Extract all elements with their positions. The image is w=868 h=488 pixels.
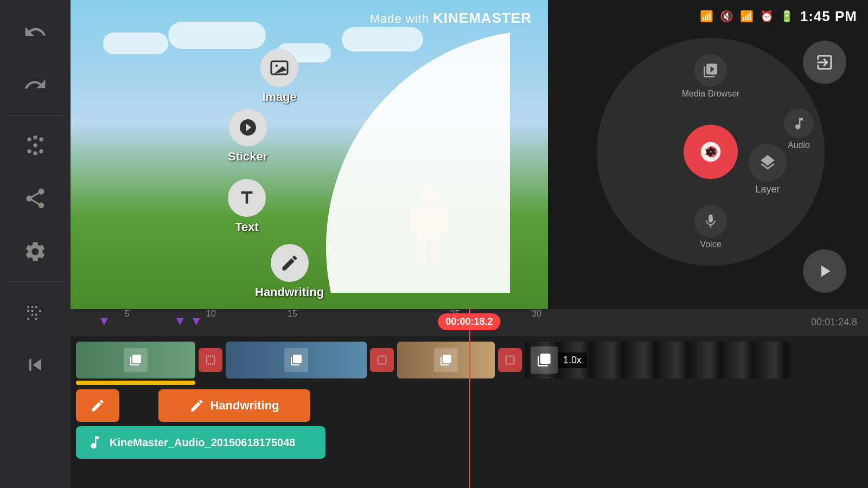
handwriting-icon-box (271, 244, 309, 282)
battery-icon: 🔋 (780, 10, 794, 23)
svg-point-4 (39, 149, 43, 153)
back-button[interactable] (803, 41, 846, 84)
fan-background (195, 33, 548, 309)
share-button[interactable] (11, 174, 60, 223)
audio-segment[interactable]: Audio (784, 108, 814, 150)
alarm-icon: ⏰ (760, 10, 774, 23)
handwriting-track-label: Handwriting (210, 399, 279, 413)
watermark-brand: KINEMASTER (433, 10, 532, 26)
record-icon (697, 138, 724, 165)
video-clip-long[interactable]: 1.0x (525, 342, 796, 378)
sticker-menu-item[interactable]: Sticker (228, 108, 267, 164)
media-browser-icon (694, 54, 727, 87)
layer-label: Layer (755, 184, 780, 195)
audio-icon (784, 108, 814, 138)
ruler-mark-30: 30 (532, 309, 541, 319)
undo-button[interactable] (11, 8, 60, 56)
watermark: Made with KINEMASTER (370, 10, 532, 27)
clip-separator-2[interactable] (370, 348, 394, 372)
svg-point-2 (39, 137, 43, 141)
handwriting-small-icon (90, 398, 105, 413)
media-browser-label: Media Browser (682, 89, 740, 99)
circular-menu: Media Browser Layer Aud (597, 38, 825, 266)
svg-point-5 (33, 136, 37, 139)
handwriting-menu-item[interactable]: Handwriting (255, 244, 324, 299)
handwriting-label: Handwriting (255, 285, 324, 299)
svg-point-14 (276, 65, 278, 67)
svg-point-1 (27, 137, 31, 141)
playhead-line (469, 309, 470, 488)
rewind-button[interactable] (11, 341, 60, 389)
play-button[interactable] (803, 249, 846, 293)
text-menu-item[interactable]: Text (228, 179, 266, 234)
handwriting-large-icon (189, 398, 205, 413)
voice-segment[interactable]: Voice (694, 205, 727, 249)
chapter-marker-2: ▼ (174, 313, 187, 329)
text-label: Text (235, 220, 259, 234)
record-button[interactable] (684, 125, 738, 179)
audio-track-label: KineMaster_Audio_20150618175048 (110, 436, 295, 449)
svg-point-6 (33, 151, 37, 155)
adjust-clips-button[interactable] (11, 287, 60, 336)
bluetooth-icon: 📶 (700, 10, 713, 23)
end-time-display: 00:01:24.8 (811, 317, 857, 328)
effects-button[interactable] (11, 121, 60, 170)
status-bar: 📶 🔇 📶 ⏰ 🔋 1:45 PM (678, 0, 868, 33)
handwriting-button-large[interactable]: Handwriting (158, 389, 310, 422)
sticker-label: Sticker (228, 150, 267, 164)
mute-icon: 🔇 (720, 10, 733, 23)
time-display: 1:45 PM (800, 8, 857, 25)
wifi-icon: 📶 (740, 10, 754, 23)
layer-icon (749, 144, 787, 182)
clip-separator-1[interactable] (199, 348, 222, 372)
clip-1-icon (124, 348, 148, 372)
ruler-mark-5: 5 (125, 309, 130, 319)
ruler-mark-15: 15 (288, 309, 297, 319)
clip-3-icon (434, 348, 458, 372)
video-clip-2[interactable] (226, 342, 367, 378)
video-clip-3[interactable] (397, 342, 495, 378)
voice-label: Voice (700, 240, 721, 249)
play-icon (815, 261, 834, 281)
ruler-mark-10: 10 (206, 309, 216, 319)
left-sidebar (0, 0, 71, 488)
clip-2-icon (284, 348, 308, 372)
image-menu-item[interactable]: Image (260, 49, 298, 104)
audio-track-icon (87, 434, 103, 451)
back-icon (815, 53, 834, 72)
clip-progress-bar (76, 381, 195, 385)
redo-button[interactable] (11, 61, 60, 110)
image-label: Image (262, 90, 297, 104)
clip-separator-3[interactable] (498, 348, 522, 372)
layer-menu: Image Sticker Text (195, 33, 548, 309)
sticker-icon-box (229, 108, 267, 146)
watermark-prefix: Made with (370, 12, 433, 25)
chapter-marker-1: ▼ (98, 313, 111, 329)
svg-point-3 (27, 149, 31, 153)
current-time-display: 00:00:18.2 (438, 313, 500, 330)
audio-clip[interactable]: KineMaster_Audio_20150618175048 (76, 426, 326, 459)
svg-point-0 (33, 143, 37, 147)
voice-icon (694, 205, 727, 237)
speed-badge: 1.0x (558, 352, 587, 368)
settings-button[interactable] (11, 227, 60, 276)
audio-label: Audio (788, 140, 810, 150)
chapter-marker-3: ▼ (190, 313, 203, 329)
video-clip-1[interactable] (76, 342, 195, 378)
timeline: 5 10 15 25 30 ▼ ▼ ▼ 00:00:18.2 00:01:24.… (71, 309, 868, 488)
video-preview: Made with KINEMASTER Image (71, 0, 548, 309)
long-clip-icon (531, 346, 558, 374)
image-icon-box (260, 49, 298, 87)
media-browser-segment[interactable]: Media Browser (682, 54, 740, 99)
layer-segment[interactable]: Layer (749, 144, 787, 195)
handwriting-button-small[interactable] (76, 389, 119, 422)
text-icon-box (228, 179, 266, 217)
